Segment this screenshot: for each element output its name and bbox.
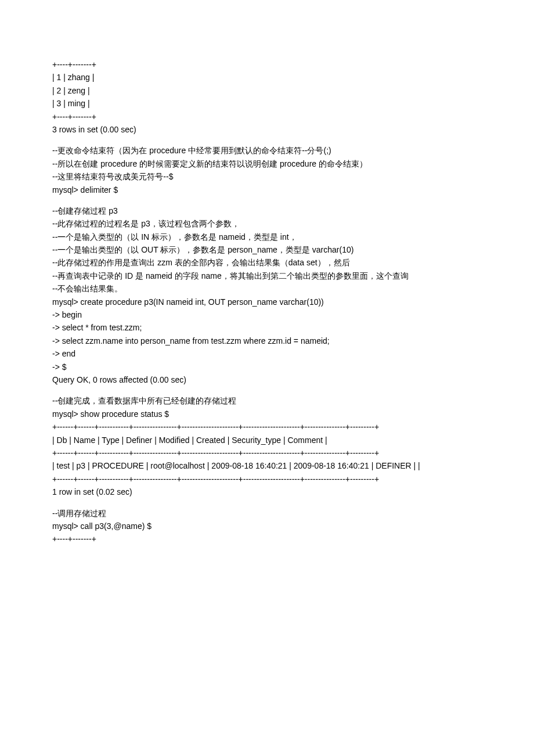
text-line: -> $ <box>52 361 482 373</box>
text-line: --不会输出结果集。 <box>52 282 482 295</box>
text-line: --创建存储过程 p3 <box>52 204 482 217</box>
text-line: +------+------+-----------+-------------… <box>52 420 482 433</box>
text-line: --此存储过程的过程名是 p3，该过程包含两个参数， <box>52 217 482 230</box>
text-line: Query OK, 0 rows affected (0.00 sec) <box>52 373 482 386</box>
text-line: +------+------+-----------+-------------… <box>52 473 482 485</box>
text-line: | Db | Name | Type | Definer | Modified … <box>52 434 482 447</box>
text-line: | 1 | zhang | <box>52 71 482 84</box>
text-line: +----+-------+ <box>52 532 482 545</box>
text-line: 3 rows in set (0.00 sec) <box>52 123 482 136</box>
text-line: mysql> call p3(3,@name) $ <box>52 520 482 532</box>
text-line: --一个是输出类型的（以 OUT 标示），参数名是 person_name，类型… <box>52 243 482 256</box>
text-line: +----+-------+ <box>52 58 482 71</box>
text-line: | test | p3 | PROCEDURE | root@localhost… <box>52 459 482 472</box>
text-line: --一个是输入类型的（以 IN 标示），参数名是 nameid，类型是 int， <box>52 231 482 243</box>
text-line: --所以在创建 procedure 的时候需要定义新的结束符以说明创建 proc… <box>52 157 482 170</box>
text-line: --创建完成，查看数据库中所有已经创建的存储过程 <box>52 394 482 407</box>
text-line: --调用存储过程 <box>52 507 482 520</box>
text-line: --此存储过程的作用是查询出 zzm 表的全部内容，会输出结果集（data se… <box>52 256 482 269</box>
text-line: -> begin <box>52 308 482 321</box>
text-line: +----+-------+ <box>52 110 482 123</box>
text-line: mysql> delimiter $ <box>52 183 482 196</box>
text-line: +------+------+-----------+-------------… <box>52 447 482 459</box>
text-line: | 3 | ming | <box>52 97 482 110</box>
text-line: --这里将结束符号改成美元符号--$ <box>52 170 482 183</box>
text-line: -> end <box>52 347 482 360</box>
text-line: -> select * from test.zzm; <box>52 321 482 334</box>
text-line: -> select zzm.name into person_name from… <box>52 334 482 347</box>
text-line: | 2 | zeng | <box>52 84 482 97</box>
text-line: 1 row in set (0.02 sec) <box>52 485 482 498</box>
text-line: mysql> create procedure p3(IN nameid int… <box>52 296 482 308</box>
text-line: mysql> show procedure status $ <box>52 408 482 420</box>
text-line: --再查询表中记录的 ID 是 nameid 的字段 name，将其输出到第二个… <box>52 269 482 282</box>
document-content: +----+-------+ | 1 | zhang | | 2 | zeng … <box>52 58 482 546</box>
text-line: --更改命令结束符（因为在 procedure 中经常要用到默认的命令结束符--… <box>52 144 482 157</box>
